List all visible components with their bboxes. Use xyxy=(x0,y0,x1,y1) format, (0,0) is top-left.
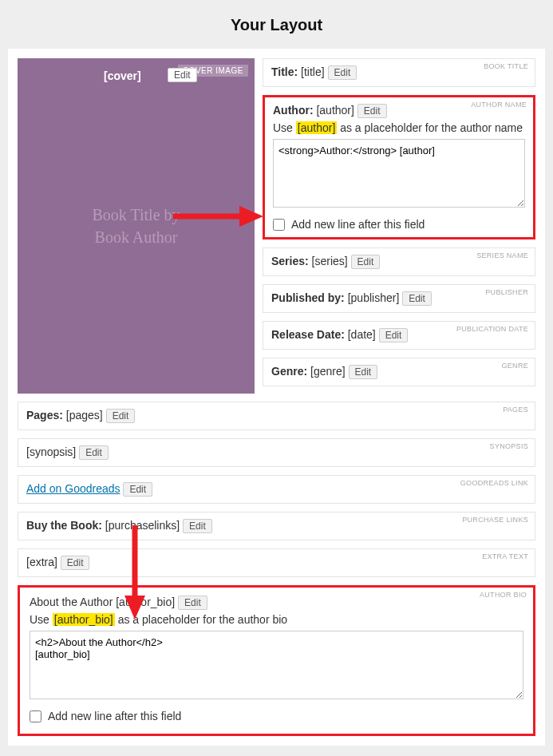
field-tag-pages: PAGES xyxy=(503,406,528,414)
field-tag-extra: EXTRA TEXT xyxy=(482,552,528,560)
field-extra: EXTRA TEXT [extra] Edit xyxy=(18,548,535,577)
cover-preview: COVER IMAGE [cover] Edit Book Title by B… xyxy=(18,58,255,394)
cover-sample-line1: Book Title by xyxy=(92,204,180,226)
extra-value: [extra] xyxy=(26,556,57,568)
pubdate-label: Release Date: xyxy=(271,328,345,341)
author-label: Author: xyxy=(273,104,314,117)
author-edit-button[interactable]: Edit xyxy=(357,104,387,118)
bio-newline-row[interactable]: Add new line after this field xyxy=(30,710,523,722)
field-purchase: PURCHASE LINKS Buy the Book: [purchaseli… xyxy=(18,512,535,540)
synopsis-edit-button[interactable]: Edit xyxy=(79,445,109,460)
purchase-label: Buy the Book: xyxy=(26,519,102,532)
field-author-bio: AUTHOR BIO About the Author [author_bio]… xyxy=(18,585,535,736)
field-tag-goodreads: GOODREADS LINK xyxy=(460,479,528,487)
bio-hint-post: as a placeholder for the author bio xyxy=(115,613,287,626)
bio-value: [author_bio] xyxy=(116,596,175,608)
bio-hint-hl: [author_bio] xyxy=(53,613,115,626)
pubdate-edit-button[interactable]: Edit xyxy=(379,328,409,342)
pages-label: Pages: xyxy=(26,409,63,422)
field-tag-genre: GENRE xyxy=(501,362,528,370)
field-series: SERIES NAME Series: [series] Edit xyxy=(263,247,535,276)
goodreads-edit-button[interactable]: Edit xyxy=(123,482,152,497)
field-tag-synopsis: SYNOPSIS xyxy=(490,442,528,450)
pages-edit-button[interactable]: Edit xyxy=(106,409,136,423)
field-goodreads: GOODREADS LINK Add on Goodreads Edit xyxy=(18,475,535,504)
cover-sample-line2: Book Author xyxy=(95,226,178,248)
pubdate-value: [date] xyxy=(348,328,376,341)
cover-placeholder-text: [cover] xyxy=(104,69,141,82)
pages-value: [pages] xyxy=(66,409,103,422)
bio-pre-label: About the Author xyxy=(30,596,113,608)
author-hint: Use [author] as a placeholder for the au… xyxy=(273,121,525,134)
author-newline-label: Add new line after this field xyxy=(291,218,425,231)
bio-hint: Use [author_bio] as a placeholder for th… xyxy=(30,613,523,626)
field-tag-purchase: PURCHASE LINKS xyxy=(462,516,528,524)
purchase-value: [purchaselinks] xyxy=(105,519,180,532)
field-tag-publisher: PUBLISHER xyxy=(485,288,528,296)
purchase-edit-button[interactable]: Edit xyxy=(183,519,212,533)
publisher-edit-button[interactable]: Edit xyxy=(402,291,432,306)
author-hint-post: as a placeholder for the author name xyxy=(337,121,523,134)
synopsis-value: [synopsis] xyxy=(26,445,76,458)
field-tag-series: SERIES NAME xyxy=(476,251,528,259)
field-synopsis: SYNOPSIS [synopsis] Edit xyxy=(18,438,535,467)
author-template-textarea[interactable] xyxy=(273,139,525,208)
field-tag-pubdate: PUBLICATION DATE xyxy=(456,325,528,333)
field-pages: PAGES Pages: [pages] Edit xyxy=(18,402,535,430)
extra-edit-button[interactable]: Edit xyxy=(61,556,90,570)
title-edit-button[interactable]: Edit xyxy=(328,65,357,80)
author-newline-row[interactable]: Add new line after this field xyxy=(273,218,525,231)
bio-hint-pre: Use xyxy=(30,613,53,626)
bio-template-textarea[interactable] xyxy=(30,631,523,699)
series-edit-button[interactable]: Edit xyxy=(351,255,381,269)
author-hint-pre: Use xyxy=(273,121,296,134)
field-tag-author: AUTHOR NAME xyxy=(471,101,527,109)
field-genre: GENRE Genre: [genre] Edit xyxy=(263,358,535,386)
title-value: [title] xyxy=(301,65,325,78)
author-value: [author] xyxy=(316,104,354,117)
bio-newline-label: Add new line after this field xyxy=(48,710,181,722)
page-title: Your Layout xyxy=(8,16,545,34)
field-title: BOOK TITLE Title: [title] Edit xyxy=(263,58,535,87)
publisher-value: [publisher] xyxy=(348,291,400,304)
field-author: AUTHOR NAME Author: [author] Edit Use [a… xyxy=(263,95,535,239)
author-newline-checkbox[interactable] xyxy=(273,219,285,231)
field-tag-title: BOOK TITLE xyxy=(484,62,528,70)
series-label: Series: xyxy=(271,255,309,267)
layout-panel: COVER IMAGE [cover] Edit Book Title by B… xyxy=(8,49,545,746)
field-tag-bio: AUTHOR BIO xyxy=(480,591,527,599)
cover-edit-button[interactable]: Edit xyxy=(168,68,197,82)
title-label: Title: xyxy=(271,65,298,78)
field-pubdate: PUBLICATION DATE Release Date: [date] Ed… xyxy=(263,321,535,350)
goodreads-link[interactable]: Add on Goodreads xyxy=(26,482,120,495)
series-value: [series] xyxy=(312,255,348,267)
bio-edit-button[interactable]: Edit xyxy=(178,596,207,610)
bio-newline-checkbox[interactable] xyxy=(30,710,41,722)
genre-value: [genre] xyxy=(310,365,346,378)
field-publisher: PUBLISHER Published by: [publisher] Edit xyxy=(263,284,535,313)
author-hint-hl: [author] xyxy=(296,121,337,134)
publisher-label: Published by: xyxy=(271,291,345,304)
genre-edit-button[interactable]: Edit xyxy=(349,365,378,379)
genre-label: Genre: xyxy=(271,365,307,378)
